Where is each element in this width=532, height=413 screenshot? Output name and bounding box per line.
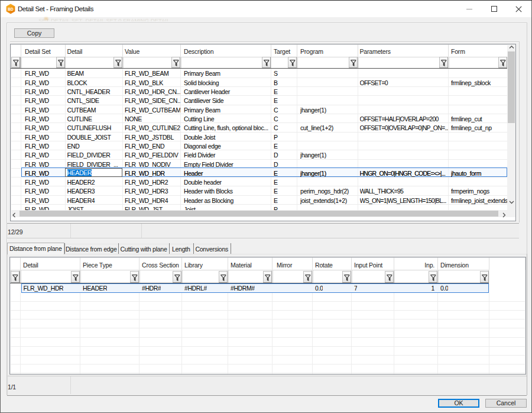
svg-text:BD: BD	[8, 7, 14, 11]
